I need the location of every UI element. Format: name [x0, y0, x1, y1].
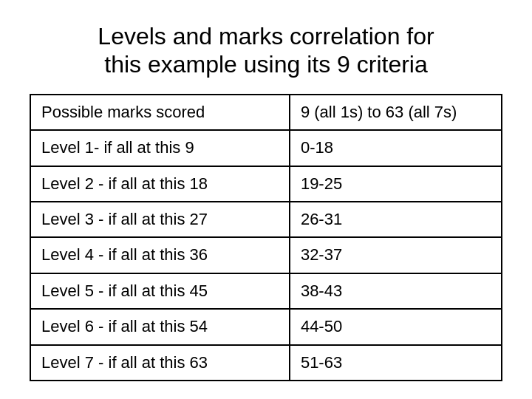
table-row: Level 6 - if all at this 5444-50 — [30, 309, 502, 344]
table-cell-description: Level 6 - if all at this 54 — [30, 309, 290, 344]
table-cell-description: Level 7 - if all at this 63 — [30, 345, 290, 381]
table-cell-value: 26-31 — [290, 202, 502, 237]
table-cell-value: 44-50 — [290, 309, 502, 344]
table-cell-description: Level 1- if all at this 9 — [30, 130, 290, 166]
table-row: Possible marks scored9 (all 1s) to 63 (a… — [30, 95, 502, 130]
levels-table: Possible marks scored9 (all 1s) to 63 (a… — [30, 94, 502, 381]
table-cell-value: 9 (all 1s) to 63 (all 7s) — [290, 95, 502, 130]
table-cell-description: Level 5 - if all at this 45 — [30, 273, 290, 309]
table-cell-value: 32-37 — [290, 237, 502, 273]
table-row: Level 3 - if all at this 2726-31 — [30, 202, 502, 237]
table-cell-description: Level 2 - if all at this 18 — [30, 166, 290, 202]
table-row: Level 2 - if all at this 1819-25 — [30, 166, 502, 202]
table-row: Level 5 - if all at this 4538-43 — [30, 273, 502, 309]
table-row: Level 1- if all at this 90-18 — [30, 130, 502, 166]
table-row: Level 7 - if all at this 6351-63 — [30, 345, 502, 381]
table-cell-value: 0-18 — [290, 130, 502, 166]
table-cell-description: Possible marks scored — [30, 95, 290, 130]
page-title: Levels and marks correlation for this ex… — [98, 22, 434, 79]
table-cell-value: 38-43 — [290, 273, 502, 309]
table-cell-description: Level 4 - if all at this 36 — [30, 237, 290, 273]
table-row: Level 4 - if all at this 3632-37 — [30, 237, 502, 273]
table-cell-description: Level 3 - if all at this 27 — [30, 202, 290, 237]
table-cell-value: 51-63 — [290, 345, 502, 381]
table-cell-value: 19-25 — [290, 166, 502, 202]
